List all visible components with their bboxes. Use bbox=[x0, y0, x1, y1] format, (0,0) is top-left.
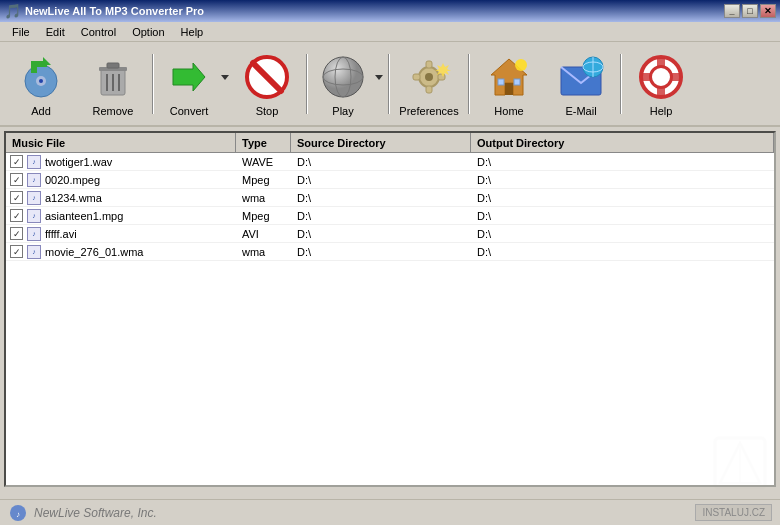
toolbar-separator-1 bbox=[152, 54, 154, 114]
music-cell: ✓ ♪ asianteen1.mpg bbox=[6, 208, 236, 224]
window-title: NewLive All To MP3 Converter Pro bbox=[25, 5, 204, 17]
row-checkbox[interactable]: ✓ bbox=[10, 191, 23, 204]
row-checkbox[interactable]: ✓ bbox=[10, 227, 23, 240]
toolbar: Add Remove Convert bbox=[0, 42, 780, 127]
type-cell: wma bbox=[236, 245, 291, 259]
stop-label: Stop bbox=[256, 105, 279, 117]
email-label: E-Mail bbox=[565, 105, 596, 117]
play-label: Play bbox=[332, 105, 353, 117]
menu-help[interactable]: Help bbox=[173, 24, 212, 40]
table-row[interactable]: ✓ ♪ twotiger1.wav WAVE D:\ D:\ bbox=[6, 153, 774, 171]
table-row[interactable]: ✓ ♪ asianteen1.mpg Mpeg D:\ D:\ bbox=[6, 207, 774, 225]
output-cell: D:\ bbox=[471, 209, 774, 223]
column-header-output[interactable]: Output Directory bbox=[471, 133, 774, 152]
toolbar-separator-5 bbox=[620, 54, 622, 114]
menu-file[interactable]: File bbox=[4, 24, 38, 40]
watermark bbox=[710, 433, 770, 495]
row-checkbox[interactable]: ✓ bbox=[10, 173, 23, 186]
title-bar: 🎵 NewLive All To MP3 Converter Pro _ □ ✕ bbox=[0, 0, 780, 22]
svg-marker-11 bbox=[173, 63, 205, 91]
stop-icon bbox=[243, 53, 291, 101]
output-cell: D:\ bbox=[471, 227, 774, 241]
type-cell: Mpeg bbox=[236, 209, 291, 223]
table-row[interactable]: ✓ ♪ movie_276_01.wma wma D:\ D:\ bbox=[6, 243, 774, 261]
email-button[interactable]: E-Mail bbox=[546, 46, 616, 122]
output-cell: D:\ bbox=[471, 155, 774, 169]
toolbar-separator-4 bbox=[468, 54, 470, 114]
file-icon: ♪ bbox=[27, 155, 41, 169]
source-cell: D:\ bbox=[291, 173, 471, 187]
row-checkbox[interactable]: ✓ bbox=[10, 209, 23, 222]
table-header: Music File Type Source Directory Output … bbox=[6, 133, 774, 153]
column-header-source[interactable]: Source Directory bbox=[291, 133, 471, 152]
preferences-button[interactable]: Preferences bbox=[394, 46, 464, 122]
file-name: movie_276_01.wma bbox=[45, 246, 143, 258]
help-label: Help bbox=[650, 105, 673, 117]
convert-button[interactable]: Convert bbox=[158, 46, 220, 122]
convert-icon bbox=[165, 53, 213, 101]
menu-option[interactable]: Option bbox=[124, 24, 172, 40]
svg-point-2 bbox=[39, 79, 43, 83]
home-label: Home bbox=[494, 105, 523, 117]
svg-point-28 bbox=[515, 59, 527, 71]
title-icon: 🎵 bbox=[4, 3, 21, 19]
menu-edit[interactable]: Edit bbox=[38, 24, 73, 40]
status-company-text: NewLive Software, Inc. bbox=[34, 506, 157, 520]
type-cell: WAVE bbox=[236, 155, 291, 169]
table-body: ✓ ♪ twotiger1.wav WAVE D:\ D:\ ✓ ♪ 0020.… bbox=[6, 153, 774, 261]
title-bar-left: 🎵 NewLive All To MP3 Converter Pro bbox=[4, 3, 204, 19]
file-icon: ♪ bbox=[27, 191, 41, 205]
music-cell: ✓ ♪ fffff.avi bbox=[6, 226, 236, 242]
svg-rect-27 bbox=[514, 79, 520, 85]
row-checkbox[interactable]: ✓ bbox=[10, 245, 23, 258]
play-icon bbox=[319, 53, 367, 101]
output-cell: D:\ bbox=[471, 245, 774, 259]
svg-rect-25 bbox=[505, 83, 513, 95]
file-icon: ♪ bbox=[27, 173, 41, 187]
remove-button[interactable]: Remove bbox=[78, 46, 148, 122]
convert-dropdown-arrow[interactable] bbox=[220, 46, 230, 122]
row-checkbox[interactable]: ✓ bbox=[10, 155, 23, 168]
play-dropdown-arrow[interactable] bbox=[374, 46, 384, 122]
preferences-icon bbox=[405, 53, 453, 101]
table-row[interactable]: ✓ ♪ 0020.mpeg Mpeg D:\ D:\ bbox=[6, 171, 774, 189]
svg-rect-20 bbox=[426, 86, 432, 93]
file-name: 0020.mpeg bbox=[45, 174, 100, 186]
source-cell: D:\ bbox=[291, 227, 471, 241]
column-header-music[interactable]: Music File bbox=[6, 133, 236, 152]
maximize-button[interactable]: □ bbox=[742, 4, 758, 18]
close-button[interactable]: ✕ bbox=[760, 4, 776, 18]
stop-button[interactable]: Stop bbox=[232, 46, 302, 122]
status-left: ♪ NewLive Software, Inc. bbox=[8, 503, 157, 523]
source-cell: D:\ bbox=[291, 191, 471, 205]
svg-marker-4 bbox=[43, 57, 51, 65]
table-row[interactable]: ✓ ♪ a1234.wma wma D:\ D:\ bbox=[6, 189, 774, 207]
play-button[interactable]: Play bbox=[312, 46, 374, 122]
menu-control[interactable]: Control bbox=[73, 24, 124, 40]
status-logo-icon: ♪ bbox=[8, 503, 28, 523]
output-cell: D:\ bbox=[471, 191, 774, 205]
source-cell: D:\ bbox=[291, 155, 471, 169]
home-button[interactable]: Home bbox=[474, 46, 544, 122]
minimize-button[interactable]: _ bbox=[724, 4, 740, 18]
file-name: asianteen1.mpg bbox=[45, 210, 123, 222]
file-icon: ♪ bbox=[27, 209, 41, 223]
output-cell: D:\ bbox=[471, 173, 774, 187]
toolbar-separator-2 bbox=[306, 54, 308, 114]
table-row[interactable]: ✓ ♪ fffff.avi AVI D:\ D:\ bbox=[6, 225, 774, 243]
file-name: a1234.wma bbox=[45, 192, 102, 204]
music-cell: ✓ ♪ 0020.mpeg bbox=[6, 172, 236, 188]
file-name: twotiger1.wav bbox=[45, 156, 112, 168]
remove-icon bbox=[89, 53, 137, 101]
music-cell: ✓ ♪ movie_276_01.wma bbox=[6, 244, 236, 260]
help-button[interactable]: Help bbox=[626, 46, 696, 122]
home-icon bbox=[485, 53, 533, 101]
file-list-panel: Music File Type Source Directory Output … bbox=[4, 131, 776, 487]
svg-point-18 bbox=[425, 73, 433, 81]
convert-label: Convert bbox=[170, 105, 209, 117]
add-icon bbox=[17, 53, 65, 101]
add-button[interactable]: Add bbox=[6, 46, 76, 122]
help-icon bbox=[637, 53, 685, 101]
menu-bar: File Edit Control Option Help bbox=[0, 22, 780, 42]
column-header-type[interactable]: Type bbox=[236, 133, 291, 152]
